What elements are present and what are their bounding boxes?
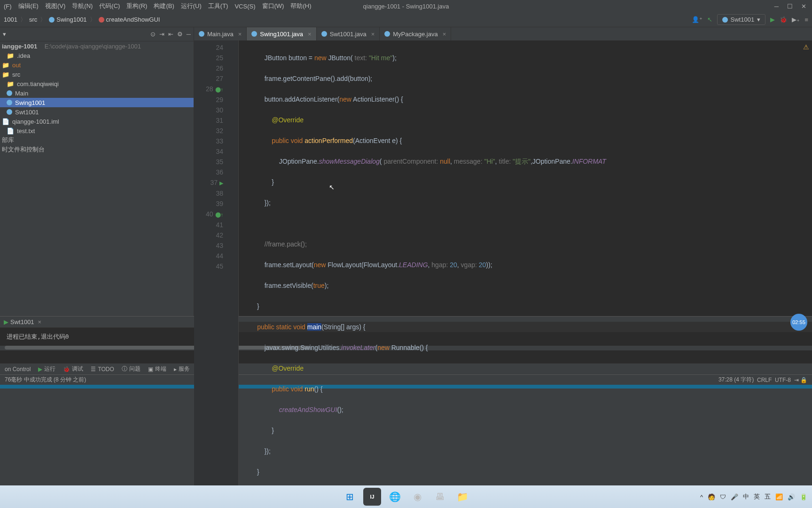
tab-main[interactable]: Main.java×: [194, 27, 247, 40]
menu-build[interactable]: 构建(B): [154, 2, 174, 10]
tree-item[interactable]: Main: [0, 88, 194, 98]
menu-run[interactable]: 运行(U): [181, 2, 202, 10]
close-icon[interactable]: ×: [38, 318, 42, 325]
tree-item[interactable]: 📁com.tianqiweiqi: [0, 79, 194, 88]
close-icon[interactable]: ×: [443, 31, 446, 38]
tool-problems[interactable]: ⓘ问题: [122, 365, 141, 373]
tool-services[interactable]: ▸服务: [174, 365, 190, 373]
tool-terminal[interactable]: ▣终端: [148, 365, 166, 373]
app-icon[interactable]: 🖶: [431, 488, 449, 506]
warning-icon[interactable]: ⚠: [803, 43, 809, 51]
run-config-select[interactable]: Swt1001 ▾: [717, 14, 766, 25]
crumb[interactable]: src: [29, 16, 37, 23]
tree-item[interactable]: Swt1001: [0, 107, 194, 117]
tree-item[interactable]: 📄qiangge-1001.iml: [0, 117, 194, 126]
tree-item[interactable]: 📁.idea: [0, 51, 194, 60]
menu-view[interactable]: 视图(V): [45, 2, 65, 10]
stop-icon[interactable]: ■: [804, 16, 808, 23]
collapse-icon[interactable]: ⇤: [168, 31, 173, 38]
app-icon[interactable]: ◉: [408, 488, 426, 506]
ime-indicator[interactable]: 五: [765, 492, 771, 501]
menu-refactor[interactable]: 重构(R): [126, 2, 147, 10]
tree-item[interactable]: 📁src: [0, 70, 194, 79]
tool-todo[interactable]: ☰TODO: [91, 366, 114, 373]
tool-debug[interactable]: 🐞调试: [63, 365, 83, 373]
hide-icon[interactable]: ─: [187, 31, 191, 38]
tree-root[interactable]: iangge-1001 E:\code\java-qiangge\qiangge…: [0, 41, 194, 51]
intellij-icon[interactable]: IJ: [363, 488, 381, 506]
tab-mypackage[interactable]: MyPackage.java×: [380, 27, 451, 40]
tree-item[interactable]: 📁out: [0, 60, 194, 70]
crumb[interactable]: 1001: [4, 16, 17, 23]
windows-taskbar: ⊞ IJ 🌐 ◉ 🖶 📁 ^ 🧑 🛡 🎤 中 英 五 📶 🔊 🔋: [0, 485, 812, 508]
ime-indicator[interactable]: 中: [743, 492, 749, 501]
explorer-icon[interactable]: 📁: [453, 488, 471, 506]
menu-nav[interactable]: 导航(N): [72, 2, 93, 10]
chevron-down-icon: ▾: [757, 16, 760, 23]
tool-version-control[interactable]: on Control: [5, 366, 31, 373]
window-title: qiangge-1001 - Swing1001.java: [363, 3, 449, 10]
crumb[interactable]: createAndShowGUI: [99, 16, 160, 23]
expand-icon[interactable]: ⇥: [159, 31, 164, 38]
menu-window[interactable]: 窗口(W): [262, 2, 284, 10]
crumb[interactable]: Swing1001: [49, 16, 86, 23]
mic-icon[interactable]: 🎤: [731, 493, 738, 500]
debug-icon[interactable]: 🐞: [780, 16, 787, 23]
battery-icon[interactable]: 🔋: [800, 493, 807, 500]
editor-tabs: Main.java× Swing1001.java× Swt1001.java×…: [194, 27, 812, 40]
tab-swt1001[interactable]: Swt1001.java×: [317, 27, 380, 40]
code-editor[interactable]: 2425262728 ⬤↑293031323334353637 ▶383940 …: [194, 40, 812, 508]
coverage-icon[interactable]: ▶₊: [792, 16, 800, 23]
close-icon[interactable]: ×: [238, 31, 242, 38]
tree-item[interactable]: 📄test.txt: [0, 126, 194, 135]
project-tree: ▾ ⊙ ⇥ ⇤ ⚙ ─ iangge-1001 E:\code\java-qia…: [0, 27, 194, 316]
tray-icon[interactable]: 🧑: [708, 493, 715, 500]
tool-run[interactable]: ▶运行: [38, 365, 55, 373]
line-numbers: 2425262728 ⬤↑293031323334353637 ▶383940 …: [194, 40, 227, 508]
ime-indicator[interactable]: 英: [754, 492, 760, 501]
minimize-icon[interactable]: ─: [774, 3, 779, 10]
dropdown-icon[interactable]: ▾: [3, 31, 6, 38]
add-user-icon[interactable]: 👤⁺: [692, 16, 703, 23]
volume-icon[interactable]: 🔊: [788, 493, 795, 500]
menu-bar: (F) 编辑(E) 视图(V) 导航(N) 代码(C) 重构(R) 构建(B) …: [0, 0, 812, 12]
tree-item-selected[interactable]: Swing1001: [0, 98, 194, 107]
run-tab[interactable]: ▶Swt1001×: [4, 318, 41, 325]
menu-tools[interactable]: 工具(T): [208, 2, 228, 10]
system-tray: ^ 🧑 🛡 🎤 中 英 五 📶 🔊 🔋: [700, 492, 807, 501]
breadcrumb: 1001〉 src〉 Swing1001〉 createAndShowGUI: [4, 16, 160, 24]
gear-icon[interactable]: ⚙: [177, 31, 183, 38]
start-button[interactable]: ⊞: [341, 488, 359, 506]
menu-file[interactable]: (F): [4, 3, 12, 10]
select-opened-icon[interactable]: ⊙: [150, 31, 156, 38]
tree-item[interactable]: 部库: [0, 135, 194, 145]
back-icon[interactable]: ↖: [707, 16, 712, 23]
menu-vcs[interactable]: VCS(S): [234, 3, 255, 10]
maximize-icon[interactable]: ☐: [787, 3, 793, 10]
navigation-bar: 1001〉 src〉 Swing1001〉 createAndShowGUI 👤…: [0, 12, 812, 27]
status-build: 76毫秒 中成功完成 (8 分钟 之前): [5, 376, 86, 384]
timer-badge: 02:55: [790, 314, 807, 331]
run-icon[interactable]: ▶: [770, 16, 775, 23]
menu-code[interactable]: 代码(C): [99, 2, 120, 10]
close-icon[interactable]: ×: [371, 31, 375, 38]
close-icon[interactable]: ✕: [801, 3, 806, 10]
menu-edit[interactable]: 编辑(E): [18, 2, 39, 10]
tab-swing1001[interactable]: Swing1001.java×: [247, 27, 316, 40]
chrome-icon[interactable]: 🌐: [386, 488, 404, 506]
close-icon[interactable]: ×: [308, 31, 312, 38]
menu-help[interactable]: 帮助(H): [290, 2, 311, 10]
chevron-up-icon[interactable]: ^: [700, 493, 703, 500]
wifi-icon[interactable]: 📶: [775, 493, 783, 500]
tree-item[interactable]: 时文件和控制台: [0, 145, 194, 154]
shield-icon[interactable]: 🛡: [720, 493, 726, 500]
